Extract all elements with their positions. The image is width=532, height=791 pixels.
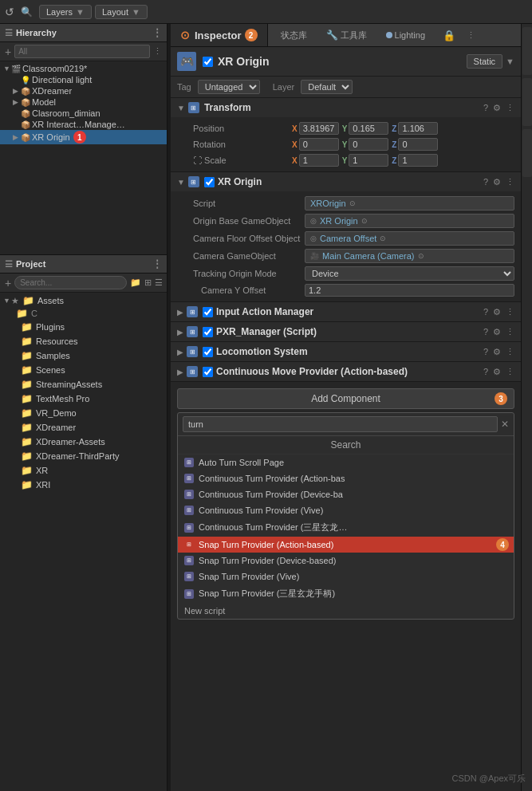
- side-tab-3[interactable]: [522, 129, 532, 177]
- inspector-tab[interactable]: ⊙ Inspector 2: [171, 24, 268, 46]
- continuous-move-menu-icon[interactable]: ⋮: [506, 367, 514, 377]
- xrorigin-checkbox[interactable]: [204, 177, 215, 187]
- scale-x-input[interactable]: [299, 154, 339, 167]
- pos-y-input[interactable]: [349, 122, 388, 135]
- side-tab-1[interactable]: [522, 27, 532, 75]
- input-action-menu-icon[interactable]: ⋮: [506, 307, 514, 317]
- search-item-snap-turn-vive[interactable]: ⊞ Snap Turn Provider (Vive): [178, 569, 514, 584]
- search-item-cont-turn-device[interactable]: ⊞ Continuous Turn Provider (Device-ba: [178, 486, 514, 502]
- continuous-move-header[interactable]: ▶ ⊞ Continuous Move Provider (Action-bas…: [171, 362, 521, 381]
- input-action-settings-icon[interactable]: ⚙: [493, 307, 501, 317]
- xrorigin-settings-icon[interactable]: ⚙: [493, 177, 501, 187]
- folder-xri[interactable]: 📁 XRI: [0, 478, 167, 492]
- search-item-autoturn[interactable]: ⊞ Auto Turn Scroll Page: [178, 455, 514, 470]
- continuous-move-settings-icon[interactable]: ⚙: [493, 367, 501, 377]
- xrorigin-help-icon[interactable]: ?: [483, 177, 488, 187]
- new-script-item[interactable]: New script: [178, 603, 514, 619]
- project-menu-icon[interactable]: ⋮: [152, 258, 162, 270]
- folder-samples[interactable]: 📁 Samples: [0, 348, 167, 363]
- tree-item-directional[interactable]: ▶ 💡 Directional light: [0, 74, 167, 85]
- tree-item-classroom[interactable]: ▼ 🎬 Classroom0219*: [0, 63, 167, 74]
- folder-xdreamer-assets[interactable]: 📁 XDreamer-Assets: [0, 435, 167, 449]
- transform-header[interactable]: ▼ ⊞ Transform ? ⚙ ⋮: [171, 98, 521, 117]
- tree-item-dimian[interactable]: ▶ 📦 Clasroom_dimian: [0, 108, 167, 119]
- rot-y-input[interactable]: [349, 138, 388, 151]
- input-action-header[interactable]: ▶ ⊞ Input Action Manager ? ⚙ ⋮: [171, 302, 521, 321]
- static-dropdown-icon[interactable]: ▼: [506, 57, 514, 66]
- input-action-help-icon[interactable]: ?: [483, 307, 488, 317]
- xrorigin-comp-header[interactable]: ▼ ⊞ XR Origin ? ⚙ ⋮: [171, 172, 521, 191]
- search-icon[interactable]: 🔍: [21, 6, 33, 18]
- scale-y-input[interactable]: [349, 154, 388, 167]
- project-folder-icon[interactable]: 📁: [130, 277, 141, 288]
- folder-textmesh[interactable]: 📁 TextMesh Pro: [0, 392, 167, 406]
- folder-xdreamer-third[interactable]: 📁 XDreamer-ThirdParty: [0, 449, 167, 463]
- rot-x-input[interactable]: [299, 138, 339, 151]
- folder-streaming[interactable]: 📁 StreamingAssets: [0, 377, 167, 392]
- locomotion-settings-icon[interactable]: ⚙: [493, 347, 501, 357]
- project-view-icon[interactable]: ⊞: [144, 277, 152, 288]
- locomotion-menu-icon[interactable]: ⋮: [506, 347, 514, 357]
- status-tab[interactable]: 状态库: [274, 26, 313, 45]
- transform-menu-icon[interactable]: ⋮: [506, 103, 514, 113]
- camera-go-ref[interactable]: 🎥 Main Camera (Camera) ⊙: [305, 249, 514, 263]
- locomotion-header[interactable]: ▶ ⊞ Locomotion System ? ⚙ ⋮: [171, 342, 521, 361]
- search-item-snap-turn-action[interactable]: ⊞ Snap Turn Provider (Action-based) 4: [178, 537, 514, 553]
- tree-item-xrinteract[interactable]: ▶ 📦 XR Interact…Manage…: [0, 119, 167, 130]
- static-button[interactable]: Static: [467, 54, 503, 69]
- component-search-input[interactable]: [183, 416, 498, 432]
- search-item-snap-turn-stars[interactable]: ⊞ Snap Turn Provider (三星玄龙手柄): [178, 584, 514, 603]
- inspector-menu-icon[interactable]: ⋮: [467, 30, 475, 41]
- pxr-manager-help-icon[interactable]: ?: [483, 327, 488, 337]
- search-item-snap-turn-device[interactable]: ⊞ Snap Turn Provider (Device-based): [178, 553, 514, 569]
- tag-select[interactable]: Untagged: [198, 80, 260, 94]
- folder-scenes[interactable]: 📁 Scenes: [0, 363, 167, 377]
- script-ref[interactable]: XROrigin ⊙: [305, 196, 514, 211]
- tree-item-assets[interactable]: ▼ ★ 📁 Assets: [0, 294, 167, 307]
- add-component-button[interactable]: Add Component 3: [177, 388, 514, 409]
- search-item-cont-turn-vive[interactable]: ⊞ Continuous Turn Provider (Vive): [178, 502, 514, 518]
- tracking-select[interactable]: Device: [305, 266, 514, 281]
- project-add-icon[interactable]: +: [5, 277, 11, 289]
- hierarchy-menu-icon[interactable]: ⋮: [152, 27, 162, 38]
- tree-item-xrorigin[interactable]: ▶ 📦 XR Origin 1: [0, 130, 167, 144]
- input-action-checkbox[interactable]: [203, 307, 213, 317]
- continuous-move-checkbox[interactable]: [203, 367, 213, 377]
- hierarchy-add-icon[interactable]: +: [5, 45, 11, 58]
- pos-x-input[interactable]: [299, 122, 339, 135]
- locomotion-help-icon[interactable]: ?: [483, 347, 488, 357]
- tools-tab[interactable]: 🔧 工具库: [320, 26, 373, 45]
- lighting-tab[interactable]: Lighting: [380, 27, 432, 43]
- transform-settings-icon[interactable]: ⚙: [493, 103, 501, 113]
- folder-xdreamer[interactable]: 📁 XDreamer: [0, 420, 167, 435]
- xrorigin-menu-icon[interactable]: ⋮: [506, 177, 514, 187]
- tree-item-xdreamer[interactable]: ▶ 📦 XDreamer: [0, 85, 167, 96]
- layer-select[interactable]: Default: [301, 80, 353, 94]
- layout-button[interactable]: Layout ▼: [95, 5, 148, 19]
- tree-item-model[interactable]: ▶ 📦 Model: [0, 96, 167, 108]
- origin-base-ref[interactable]: ◎ XR Origin ⊙: [305, 214, 514, 228]
- search-item-cont-turn-stars[interactable]: ⊞ Continuous Turn Provider (三星玄龙…: [178, 518, 514, 537]
- hierarchy-search-input[interactable]: [14, 45, 150, 58]
- folder-xr[interactable]: 📁 XR: [0, 463, 167, 478]
- project-filter-icon[interactable]: ☰: [155, 277, 163, 288]
- undo-icon[interactable]: ↺: [5, 6, 14, 18]
- folder-resources[interactable]: 📁 Resources: [0, 334, 167, 348]
- side-tab-2[interactable]: [522, 78, 532, 126]
- pxr-manager-menu-icon[interactable]: ⋮: [506, 327, 514, 337]
- folder-vrdemo[interactable]: 📁 VR_Demo: [0, 406, 167, 420]
- hierarchy-options-icon[interactable]: ⋮: [153, 46, 162, 57]
- transform-help-icon[interactable]: ?: [483, 103, 488, 113]
- lock-icon[interactable]: 🔒: [438, 30, 460, 41]
- search-clear-icon[interactable]: ✕: [501, 419, 509, 430]
- locomotion-checkbox[interactable]: [203, 347, 213, 357]
- pxr-manager-checkbox[interactable]: [203, 327, 213, 337]
- object-active-checkbox[interactable]: [203, 57, 213, 67]
- layers-button[interactable]: Layers ▼: [39, 5, 92, 19]
- scale-z-input[interactable]: [398, 154, 438, 167]
- tree-item-c[interactable]: 📁 C: [0, 307, 167, 320]
- continuous-move-help-icon[interactable]: ?: [483, 367, 488, 377]
- camera-y-input[interactable]: [305, 284, 514, 297]
- project-search-input[interactable]: [14, 276, 127, 289]
- camera-floor-ref[interactable]: ◎ Camera Offset ⊙: [305, 231, 514, 246]
